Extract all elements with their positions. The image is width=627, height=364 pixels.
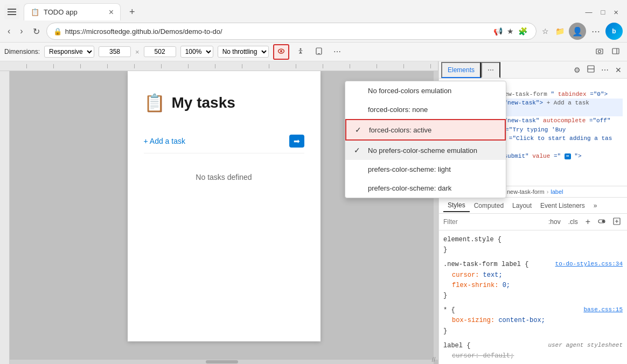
screenshot-btn[interactable]: [593, 45, 607, 59]
lock-icon: 🔒: [53, 27, 62, 36]
todo-add-row: + Add a task ➡: [144, 129, 304, 153]
svg-point-8: [598, 50, 601, 53]
more-emulation-btn[interactable]: ⋯: [330, 45, 344, 58]
devtools-settings-btn[interactable]: ⚙: [570, 64, 584, 76]
zoom-select[interactable]: 100%: [180, 46, 213, 58]
browser-actions: ☆ 📁 👤 ⋯ b: [540, 23, 623, 40]
svg-rect-2: [8, 14, 16, 15]
new-tab-btn[interactable]: +: [125, 4, 140, 20]
main-area: 📋 My tasks + Add a task ➡ No tasks defin…: [0, 61, 627, 364]
svg-point-4: [299, 48, 301, 50]
dropdown-item-forced-active[interactable]: ✓ forced-colors: active: [345, 119, 506, 141]
tab-close-btn[interactable]: ×: [109, 8, 114, 17]
maximize-btn[interactable]: □: [596, 6, 609, 18]
todo-header: 📋 My tasks: [144, 93, 304, 113]
add-task-btn[interactable]: + Add a task: [144, 137, 185, 145]
hov-filter-btn[interactable]: :hov: [546, 217, 563, 227]
dimension-x: ×: [135, 48, 140, 56]
dropdown-item-prefers-light[interactable]: prefers-color-scheme: light: [345, 160, 506, 179]
devtools-main-tabs: Elements ⋯ ⚙ ⋯ ✕: [439, 61, 627, 79]
todo-app-icon: 📋: [144, 93, 165, 113]
minimize-btn[interactable]: —: [581, 6, 596, 18]
submit-arrow[interactable]: ➡: [289, 135, 304, 148]
tab-layout[interactable]: Layout: [508, 200, 536, 212]
css-source-link[interactable]: base.css:15: [583, 305, 623, 316]
filter-input[interactable]: [443, 218, 543, 226]
css-rule-element-style: element.style { }: [443, 235, 623, 255]
dropdown-item-no-prefers[interactable]: ✓ No prefers-color-scheme emulation: [345, 141, 506, 160]
css-ua-link[interactable]: user agent stylesheet: [548, 341, 623, 351]
svg-rect-9: [612, 48, 619, 54]
url-text: https://microsoftedge.github.io/Demos/de…: [65, 27, 491, 36]
favorites-btn[interactable]: ☆: [540, 26, 551, 37]
dropdown-item-prefers-dark[interactable]: prefers-color-scheme: dark: [345, 179, 506, 198]
more-tools-btn[interactable]: ⋯: [588, 24, 603, 39]
collections-btn[interactable]: 📁: [553, 26, 567, 37]
back-btn[interactable]: ‹: [4, 24, 13, 38]
refresh-btn[interactable]: ↻: [30, 24, 43, 39]
add-rule-btn[interactable]: +: [583, 216, 593, 228]
forward-btn[interactable]: ›: [17, 24, 26, 38]
horizontal-scrollbar[interactable]: [10, 360, 434, 364]
svg-point-14: [602, 220, 605, 222]
css-rule-new-task-form-label: .new-task-form label { to-do-styles.css:…: [443, 260, 623, 301]
throttle-select[interactable]: No throttling: [218, 46, 269, 58]
devtools-more-btn[interactable]: ⋯: [598, 64, 612, 76]
read-aloud-icon[interactable]: 📢: [491, 26, 505, 37]
ruler-h: [0, 61, 438, 71]
svg-rect-6: [318, 53, 320, 54]
device-toolbar-btn[interactable]: [312, 45, 326, 59]
css-rule-star: * { base.css:15 box-sizing: content-box;…: [443, 305, 623, 337]
tab-styles[interactable]: Styles: [443, 199, 470, 212]
accessibility-icon-btn[interactable]: [294, 45, 308, 59]
devtools-close-btn[interactable]: ✕: [612, 64, 625, 76]
css-selector: element.style {: [443, 236, 501, 243]
dropdown-item-label: prefers-color-scheme: dark: [368, 184, 451, 192]
width-input[interactable]: [99, 46, 131, 57]
emulation-icon-btn[interactable]: [273, 44, 289, 60]
address-bar-row: ‹ › ↻ 🔒 https://microsoftedge.github.io/…: [0, 20, 627, 42]
tab-computed[interactable]: Computed: [470, 200, 508, 212]
resize-handle[interactable]: //: [429, 355, 438, 364]
dropdown-item-label: forced-colors: none: [368, 106, 428, 114]
breadcrumb-label[interactable]: label: [551, 188, 563, 195]
css-rule-label-ua: label { user agent stylesheet cursor: de…: [443, 341, 623, 361]
active-tab[interactable]: 📋 TODO app ×: [24, 3, 121, 20]
ruler-v: [0, 71, 10, 364]
emulation-dropdown-menu[interactable]: No forced-colors emulation forced-colors…: [345, 81, 506, 198]
dropdown-item-label: forced-colors: active: [369, 126, 431, 134]
css-property: cursor: text;: [443, 271, 503, 279]
edge-copilot-btn[interactable]: b: [605, 23, 623, 40]
tab-more[interactable]: ⋯: [481, 62, 500, 78]
toggle-element-btn[interactable]: [596, 216, 608, 228]
profile-icon[interactable]: 👤: [569, 23, 586, 40]
svg-rect-0: [8, 9, 16, 10]
dropdown-item-no-forced[interactable]: No forced-colors emulation: [345, 81, 506, 100]
devtools-dock-btn[interactable]: [584, 63, 598, 76]
dropdown-item-forced-none[interactable]: forced-colors: none: [345, 100, 506, 119]
css-source-link[interactable]: to-do-styles.css:34: [555, 260, 623, 270]
svg-rect-1: [8, 11, 16, 12]
dimensions-select[interactable]: Responsive: [44, 46, 94, 58]
inspect-btn[interactable]: [611, 216, 623, 228]
todo-app-content: 📋 My tasks + Add a task ➡ No tasks defin…: [128, 71, 321, 208]
extensions-icon[interactable]: 🧩: [516, 26, 530, 37]
tab-event-listeners[interactable]: Event Listeners: [536, 200, 589, 212]
height-input[interactable]: [144, 46, 176, 57]
responsive-btn[interactable]: [609, 45, 623, 59]
css-property: cursor: default;: [443, 352, 514, 360]
css-rules-area: element.style { } .new-task-form label {…: [439, 230, 627, 364]
tab-elements[interactable]: Elements: [441, 62, 481, 78]
favorites-icon[interactable]: ★: [505, 26, 516, 37]
cls-filter-btn[interactable]: .cls: [566, 217, 580, 227]
checkmark-icon: ✓: [354, 146, 363, 155]
tab-more-styles[interactable]: »: [589, 200, 602, 212]
css-selector: * {: [443, 305, 455, 316]
sidebar-toggle[interactable]: [4, 4, 19, 19]
toolbar-left: Dimensions: Responsive × 100% No throttl…: [4, 44, 593, 60]
address-bar[interactable]: 🔒 https://microsoftedge.github.io/Demos/…: [46, 23, 537, 40]
css-selector: label {: [443, 341, 470, 351]
window-close-btn[interactable]: ×: [609, 5, 623, 19]
svg-rect-7: [596, 49, 603, 54]
css-property: flex-shrink: 0;: [443, 282, 510, 289]
